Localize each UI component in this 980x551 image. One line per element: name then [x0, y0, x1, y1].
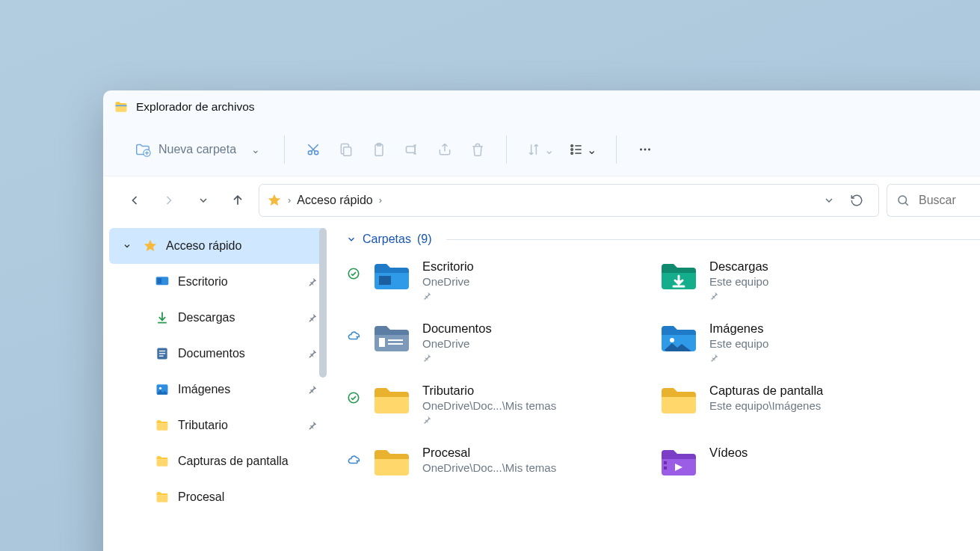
check-badge-icon — [346, 267, 361, 280]
folder-location: OneDrive — [422, 337, 492, 350]
arrow-right-icon — [161, 193, 176, 208]
refresh-button[interactable] — [850, 194, 871, 207]
folder-item[interactable]: Vídeos — [633, 446, 902, 478]
sidebar-item[interactable]: Descargas — [109, 300, 325, 336]
scrollbar[interactable] — [319, 228, 327, 378]
rename-icon — [404, 142, 419, 157]
recent-locations-button[interactable] — [190, 187, 217, 214]
svg-rect-18 — [159, 351, 165, 351]
share-icon — [437, 142, 452, 157]
toolbar-separator — [506, 135, 507, 164]
sidebar-item[interactable]: Tributario — [109, 407, 325, 443]
arrow-left-icon — [127, 193, 142, 208]
folder-item[interactable]: DescargasEste equipo — [633, 259, 902, 301]
svg-point-12 — [644, 149, 647, 151]
folder-name: Capturas de pantalla — [709, 384, 823, 398]
sidebar-item[interactable]: Procesal — [109, 479, 325, 515]
arrow-up-icon — [230, 193, 245, 208]
folder-item[interactable]: TributarioOneDrive\Doc...\Mis temas — [346, 384, 615, 425]
sort-button[interactable]: ⌄ — [520, 135, 560, 164]
sidebar-item[interactable]: Documentos — [109, 336, 325, 372]
svg-rect-27 — [388, 343, 403, 345]
address-bar[interactable]: › Acceso rápido › — [259, 184, 879, 217]
sidebar-item-quick-access[interactable]: Acceso rápido — [109, 228, 325, 264]
address-dropdown-button[interactable] — [823, 194, 844, 206]
sidebar-item-label: Capturas de pantalla — [178, 455, 318, 468]
sidebar-item-label: Escritorio — [178, 275, 300, 289]
search-icon — [896, 194, 910, 207]
copy-icon — [339, 142, 354, 157]
videos-purple-icon — [659, 446, 699, 478]
section-divider — [446, 239, 980, 240]
search-box[interactable] — [887, 184, 980, 217]
back-button[interactable] — [121, 187, 148, 214]
pin-icon — [709, 291, 768, 301]
svg-point-11 — [640, 149, 642, 151]
folder-item[interactable]: EscritorioOneDrive — [346, 259, 615, 301]
folder-name: Imágenes — [709, 321, 768, 336]
forward-button[interactable] — [155, 187, 182, 214]
svg-point-10 — [571, 153, 573, 155]
folder-item[interactable]: Capturas de pantallaEste equipo\Imágenes — [633, 384, 902, 425]
cut-button[interactable] — [298, 135, 328, 164]
folder-location: Este equipo — [709, 275, 768, 288]
chevron-down-icon[interactable] — [123, 241, 135, 250]
folder-location: OneDrive\Doc...\Mis temas — [422, 461, 556, 474]
toolbar-separator — [284, 135, 285, 164]
folder-grid: EscritorioOneDriveDescargasEste equipoDo… — [346, 253, 980, 478]
rename-button[interactable] — [397, 135, 427, 164]
sidebar-item[interactable]: Capturas de pantalla — [109, 443, 325, 479]
chevron-down-icon: ⌄ — [587, 143, 597, 157]
chevron-down-icon: ⌄ — [544, 143, 554, 157]
svg-point-9 — [571, 149, 573, 151]
svg-rect-19 — [159, 353, 165, 354]
delete-button[interactable] — [463, 135, 493, 164]
desktop-icon — [154, 274, 170, 290]
svg-rect-24 — [379, 276, 391, 285]
svg-rect-30 — [664, 461, 667, 464]
breadcrumb-item[interactable]: Acceso rápido — [297, 194, 372, 207]
section-count: (9) — [417, 233, 432, 246]
pin-icon — [307, 384, 318, 395]
more-button[interactable] — [630, 135, 660, 164]
up-button[interactable] — [224, 187, 251, 214]
folder-item[interactable]: ImágenesEste equipo — [633, 321, 902, 363]
star-icon — [267, 193, 282, 208]
share-button[interactable] — [430, 135, 460, 164]
pictures-blue-icon — [659, 321, 699, 354]
folder-name: Vídeos — [709, 446, 748, 460]
folder-yellow-icon — [372, 446, 412, 478]
cloud-badge-icon — [346, 453, 361, 467]
chevron-right-icon: › — [288, 194, 291, 206]
svg-point-14 — [899, 196, 907, 204]
copy-button[interactable] — [331, 135, 361, 164]
sidebar: Acceso rápido EscritorioDescargasDocumen… — [103, 224, 331, 551]
sidebar-item[interactable]: Imágenes — [109, 372, 325, 407]
sidebar-item-label: Documentos — [178, 347, 300, 360]
downloads-green-icon — [659, 259, 699, 292]
section-folders-header[interactable]: Carpetas (9) — [346, 233, 980, 246]
folder-icon — [154, 489, 170, 505]
file-explorer-window: Explorador de archivos Nueva carpeta ⌄ — [103, 90, 980, 551]
svg-rect-31 — [664, 467, 667, 470]
paste-button[interactable] — [364, 135, 394, 164]
chevron-down-icon: ⌄ — [251, 144, 260, 156]
new-folder-button[interactable]: Nueva carpeta ⌄ — [130, 135, 271, 164]
star-icon — [142, 238, 158, 254]
sidebar-item[interactable]: Escritorio — [109, 264, 325, 300]
pin-icon — [307, 348, 318, 359]
view-button[interactable]: ⌄ — [563, 135, 603, 164]
chevron-down-icon — [197, 194, 209, 206]
address-bar-row: › Acceso rápido › — [103, 176, 980, 224]
pin-icon — [307, 313, 318, 323]
pin-icon — [307, 277, 318, 287]
pin-icon — [422, 415, 556, 425]
cloud-badge-icon — [346, 329, 361, 342]
folder-item[interactable]: DocumentosOneDrive — [346, 321, 615, 363]
toolbar-separator — [616, 135, 617, 164]
toolbar: Nueva carpeta ⌄ — [103, 123, 980, 176]
folder-location: Este equipo\Imágenes — [709, 399, 823, 412]
folder-item[interactable]: ProcesalOneDrive\Doc...\Mis temas — [346, 446, 615, 478]
documents-slate-icon — [372, 321, 412, 354]
search-input[interactable] — [919, 194, 971, 207]
